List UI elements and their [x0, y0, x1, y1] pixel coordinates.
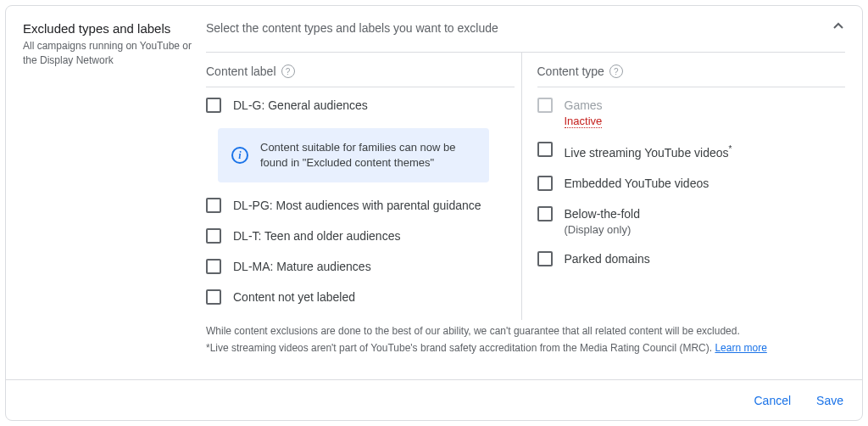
- section-subtitle: All campaigns running on YouTube or the …: [23, 39, 206, 68]
- checkbox-below-fold[interactable]: [537, 206, 553, 221]
- sublabel-below-fold: (Display only): [565, 223, 641, 236]
- disclaimer-text: While content exclusions are done to the…: [206, 323, 845, 356]
- checkbox-live-streaming[interactable]: [537, 142, 553, 157]
- checkbox-parked[interactable]: [537, 251, 553, 266]
- checkbox-dl-g[interactable]: [206, 98, 221, 113]
- label-games: Games: [565, 98, 603, 113]
- checkbox-games: [537, 98, 553, 113]
- label-dl-t: DL-T: Teen and older audiences: [233, 228, 400, 244]
- cancel-button[interactable]: Cancel: [754, 394, 791, 407]
- footer-actions: Cancel Save: [6, 379, 862, 420]
- content-label-column: Content label ? DL-G: General audiences …: [206, 53, 521, 320]
- label-parked: Parked domains: [565, 251, 650, 266]
- save-button[interactable]: Save: [816, 394, 843, 407]
- label-not-labeled: Content not yet labeled: [233, 289, 355, 305]
- checkbox-dl-t[interactable]: [206, 228, 221, 244]
- label-dl-pg: DL-PG: Most audiences with parental guid…: [233, 198, 481, 213]
- instruction-text: Select the content types and labels you …: [206, 21, 845, 35]
- content-type-header: Content type: [537, 64, 604, 78]
- label-embedded: Embedded YouTube videos: [565, 176, 709, 191]
- label-dl-g: DL-G: General audiences: [233, 98, 368, 113]
- status-inactive[interactable]: Inactive: [565, 115, 603, 128]
- learn-more-link[interactable]: Learn more: [715, 342, 766, 354]
- info-icon: i: [231, 147, 248, 164]
- section-title: Excluded types and labels: [23, 21, 206, 36]
- checkbox-not-labeled[interactable]: [206, 289, 221, 305]
- label-below-fold: Below-the-fold: [565, 206, 641, 221]
- checkbox-dl-ma[interactable]: [206, 259, 221, 274]
- checkbox-dl-pg[interactable]: [206, 198, 221, 213]
- content-label-header: Content label: [206, 64, 276, 78]
- content-type-column: Content type ? Games Inactive Live: [521, 53, 846, 320]
- collapse-icon[interactable]: [828, 16, 849, 36]
- help-icon[interactable]: ?: [281, 64, 295, 78]
- label-live-streaming: Live streaming YouTube videos*: [565, 142, 732, 160]
- info-banner-text: Content suitable for families can now be…: [260, 140, 476, 171]
- checkbox-embedded[interactable]: [537, 176, 553, 191]
- help-icon[interactable]: ?: [609, 64, 623, 78]
- info-banner: i Content suitable for families can now …: [218, 128, 489, 182]
- label-dl-ma: DL-MA: Mature audiences: [233, 259, 371, 274]
- excluded-types-card: Excluded types and labels All campaigns …: [5, 5, 863, 421]
